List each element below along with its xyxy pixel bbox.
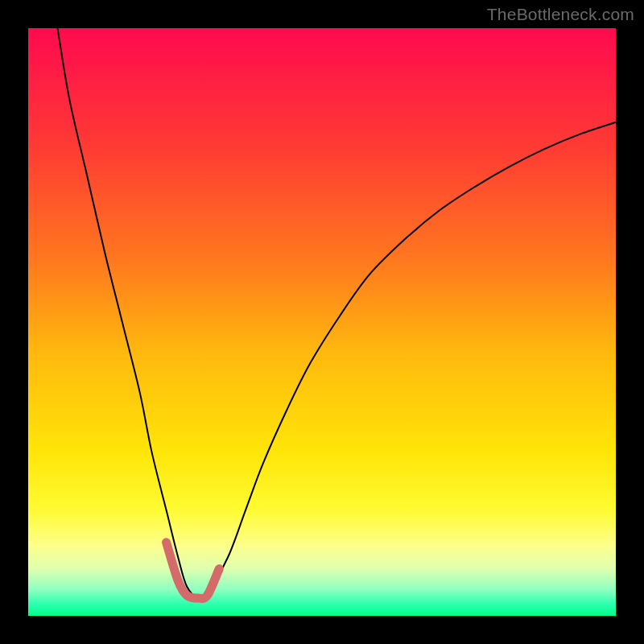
watermark-text: TheBottleneck.com	[487, 5, 634, 24]
background-gradient	[28, 28, 616, 616]
outer-frame: TheBottleneck.com	[0, 0, 644, 644]
svg-rect-0	[28, 28, 616, 616]
plot-area	[28, 28, 616, 616]
